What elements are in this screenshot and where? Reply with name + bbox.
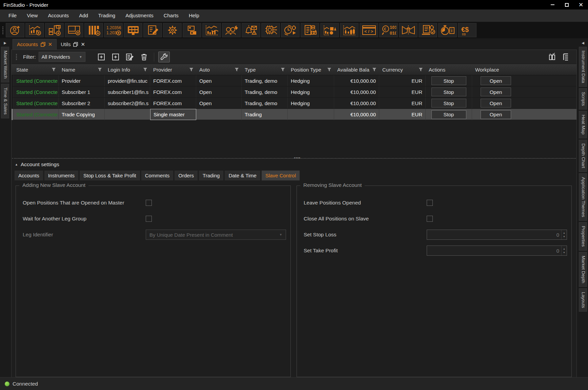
open-workplace-button[interactable]: Open	[481, 76, 511, 85]
statistics-chart-icon[interactable]	[202, 23, 221, 37]
dock-tab-depth-chart[interactable]: Depth Chart	[579, 140, 587, 172]
menu-file[interactable]: File	[3, 9, 22, 22]
filter-funnel-icon[interactable]	[189, 67, 194, 72]
filter-funnel-icon[interactable]	[327, 67, 331, 72]
maximize-button[interactable]	[560, 0, 574, 9]
timer-info-icon[interactable]: i	[438, 23, 457, 37]
dock-tab-scripts[interactable]: Scripts	[579, 88, 587, 110]
auto-trading-chip-icon[interactable]	[261, 23, 280, 37]
settings-tab-slave-control[interactable]: Slave Control	[261, 170, 300, 181]
minimize-button[interactable]	[545, 0, 560, 9]
filter-funnel-icon[interactable]	[143, 67, 147, 72]
open-workplace-button[interactable]: Open	[481, 87, 511, 96]
note-edit-icon[interactable]	[143, 23, 162, 37]
filter-funnel-icon[interactable]	[419, 67, 423, 72]
edit-button[interactable]	[124, 52, 136, 62]
spinner-arrows-icon[interactable]: ▲▼	[561, 230, 567, 239]
filter-funnel-icon[interactable]	[235, 67, 239, 72]
tab-accounts[interactable]: Accounts ✕	[13, 39, 57, 50]
tab-utils[interactable]: Utils ✕	[57, 39, 89, 50]
search-binary-icon[interactable]: €101010	[379, 23, 398, 37]
dock-tab-layouts[interactable]: Layouts	[579, 288, 587, 312]
col-state[interactable]: State	[13, 64, 59, 75]
open-positions-checkbox[interactable]	[146, 200, 152, 206]
tab-close-icon[interactable]: ✕	[81, 42, 85, 47]
stop-loss-input[interactable]: 0 ▲▼	[427, 230, 567, 240]
dock-tab-market-watch[interactable]: Market Watch	[1, 47, 9, 82]
table-row[interactable]: Started (Connecte Subscriber 2 subscribe…	[12, 98, 576, 109]
add-connection-button[interactable]	[110, 52, 121, 62]
filter-funnel-icon[interactable]	[98, 67, 102, 72]
panel-add-icon[interactable]	[45, 23, 64, 37]
code-editor-icon[interactable]: < / >	[360, 23, 378, 37]
stop-button[interactable]: Stop	[431, 99, 466, 108]
close-button[interactable]: ✕	[574, 0, 588, 9]
task-check-icon[interactable]	[419, 23, 437, 37]
table-row[interactable]: Started (Connecte Provider provider@fin.…	[12, 75, 576, 86]
col-auto[interactable]: Auto	[196, 64, 242, 75]
menu-add[interactable]: Add	[74, 9, 93, 22]
dock-tab-instrument-data[interactable]: Instrument Data	[579, 47, 587, 87]
candle-chart-icon[interactable]	[340, 23, 359, 37]
quote-board-add-icon[interactable]: 1.20356 1.2035	[104, 23, 123, 37]
table-row[interactable]: Started (Connecte Subscriber 1 subscribe…	[12, 86, 576, 98]
chart-add-icon[interactable]	[25, 23, 44, 37]
settings-tab-stoploss[interactable]: Stop Loss & Take Profit	[79, 170, 140, 181]
open-workplace-button[interactable]: Open	[481, 99, 511, 108]
group-panel-icon[interactable]	[560, 52, 572, 62]
add-account-button[interactable]	[96, 52, 107, 62]
right-dock-expand-icon[interactable]: ◀	[582, 38, 584, 47]
provider-inline-editor[interactable]: Single master	[150, 109, 196, 120]
filterbar-grip[interactable]	[15, 51, 18, 63]
report-money-icon[interactable]	[301, 23, 319, 37]
dock-tab-heat-map[interactable]: Heat Map	[579, 111, 587, 138]
col-type[interactable]: Type	[242, 64, 288, 75]
close-positions-checkbox[interactable]	[427, 216, 433, 222]
spinner-arrows-icon[interactable]: ▲▼	[561, 246, 567, 255]
stop-button[interactable]: Stop	[431, 87, 466, 96]
menu-accounts[interactable]: Accounts	[43, 9, 74, 22]
settings-tab-accounts[interactable]: Accounts	[14, 170, 43, 181]
popup-window-icon[interactable]	[73, 42, 78, 47]
settings-gear-icon[interactable]	[163, 23, 182, 37]
filter-funnel-icon[interactable]	[52, 67, 56, 72]
community-connect-icon[interactable]	[222, 23, 241, 37]
delete-button[interactable]	[138, 52, 150, 62]
col-actions[interactable]: Actions	[426, 64, 472, 75]
col-currency[interactable]: Currency	[379, 64, 426, 75]
account-settings-header[interactable]: ▲ Account settings	[12, 159, 576, 170]
menu-help[interactable]: Help	[184, 9, 204, 22]
column-chooser-icon[interactable]	[547, 52, 558, 62]
col-available-balance[interactable]: Available Bala	[334, 64, 379, 75]
dock-tab-time-sales[interactable]: Time & Sales	[1, 84, 9, 118]
structure-blocks-icon[interactable]	[183, 23, 201, 37]
chart-compare-icon[interactable]	[399, 23, 418, 37]
horizontal-splitter[interactable]: ••••	[12, 158, 576, 159]
col-name[interactable]: Name	[59, 64, 105, 75]
col-login[interactable]: Login Info	[105, 64, 150, 75]
dock-tab-properties[interactable]: Properties	[579, 222, 587, 251]
filter-funnel-icon[interactable]	[372, 67, 377, 72]
settings-tab-instruments[interactable]: Instruments	[44, 170, 79, 181]
dock-tab-application-themes[interactable]: Application Themes	[579, 173, 587, 221]
tab-close-icon[interactable]: ✕	[48, 42, 53, 47]
chart-objects-icon[interactable]	[320, 23, 339, 37]
menu-adjustments[interactable]: Adjustments	[120, 9, 159, 22]
settings-wrench-button[interactable]	[158, 52, 170, 62]
col-provider[interactable]: Provider	[150, 64, 196, 75]
columns-add-icon[interactable]	[84, 23, 103, 37]
leave-positions-checkbox[interactable]	[427, 200, 433, 206]
menu-charts[interactable]: Charts	[159, 9, 184, 22]
col-position-type[interactable]: Position Type	[288, 64, 334, 75]
dock-tab-market-depth[interactable]: Market Depth	[579, 252, 587, 287]
filter-funnel-icon[interactable]	[281, 67, 285, 72]
alerts-bell-icon[interactable]	[242, 23, 260, 37]
account-connect-icon[interactable]	[6, 23, 24, 37]
open-workplace-button[interactable]: Open	[481, 110, 511, 119]
wait-leg-group-checkbox[interactable]	[146, 216, 152, 222]
currency-pair-icon[interactable]: €$B$	[458, 23, 477, 37]
popup-window-icon[interactable]	[41, 42, 45, 47]
menu-trading[interactable]: Trading	[93, 9, 120, 22]
table-row-selected[interactable]: Started (Connecte Trade Copying Single m…	[12, 109, 576, 120]
layout-add-icon[interactable]	[65, 23, 83, 37]
